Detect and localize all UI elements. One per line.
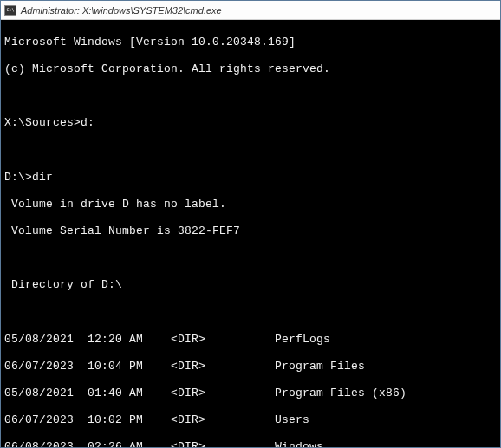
blank — [4, 143, 497, 157]
blank — [4, 89, 497, 103]
prompt-line: D:\>dir — [4, 171, 497, 185]
blank — [4, 251, 497, 265]
prompt: X:\Sources> — [4, 116, 81, 129]
blank — [4, 305, 497, 319]
terminal-area[interactable]: Microsoft Windows [Version 10.0.20348.16… — [1, 20, 500, 447]
prompt: D:\> — [4, 171, 32, 184]
dir-row: 05/08/2021 01:40 AM <DIR> Program Files … — [4, 386, 497, 400]
dir-row: 06/07/2023 10:02 PM <DIR> Users — [4, 413, 497, 427]
prompt-line: X:\Sources>d: — [4, 116, 497, 130]
dir-row: 05/08/2021 12:20 AM <DIR> PerfLogs — [4, 333, 497, 347]
dir-row: 06/07/2023 10:04 PM <DIR> Program Files — [4, 360, 497, 373]
dir-of: Directory of D:\ — [4, 278, 497, 292]
dir-vol-serial: Volume Serial Number is 3822-FEF7 — [4, 224, 497, 238]
dir-row: 06/08/2023 02:26 AM <DIR> Windows — [4, 440, 497, 447]
dir-vol-label: Volume in drive D has no label. — [4, 198, 497, 211]
cmd-window: Administrator: X:\windows\SYSTEM32\cmd.e… — [0, 0, 501, 448]
cmd-input: dir — [32, 171, 53, 184]
cmd-icon — [4, 5, 16, 16]
version-line: Microsoft Windows [Version 10.0.20348.16… — [4, 36, 497, 49]
titlebar[interactable]: Administrator: X:\windows\SYSTEM32\cmd.e… — [1, 1, 500, 20]
title-text: Administrator: X:\windows\SYSTEM32\cmd.e… — [21, 5, 222, 16]
cmd-input: d: — [81, 116, 94, 129]
copyright-line: (c) Microsoft Corporation. All rights re… — [4, 62, 497, 76]
